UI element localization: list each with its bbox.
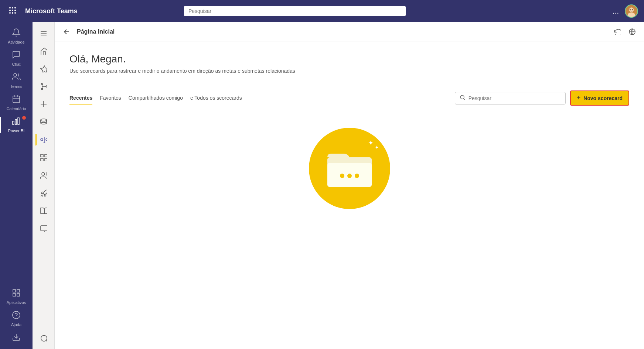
- notification-badge: [22, 116, 26, 120]
- empty-state: ✦ ✦ ✦: [55, 106, 644, 231]
- svg-rect-24: [13, 294, 16, 296]
- bell-icon: [12, 28, 21, 38]
- secondary-favorites-icon[interactable]: [35, 61, 52, 77]
- user-avatar[interactable]: [625, 4, 638, 18]
- svg-point-57: [340, 174, 344, 178]
- new-scorecard-label: Novo scorecard: [583, 95, 623, 101]
- svg-point-1: [12, 7, 13, 8]
- download-icon: [12, 333, 21, 343]
- language-button[interactable]: [626, 26, 638, 38]
- back-button[interactable]: [61, 26, 72, 38]
- svg-rect-15: [13, 96, 20, 103]
- svg-point-12: [630, 9, 631, 10]
- svg-line-50: [46, 341, 47, 342]
- hero-subtitle: Use scorecards para rastrear e medir o a…: [69, 68, 629, 74]
- empty-state-illustration: ✦ ✦ ✦: [309, 128, 390, 209]
- tab-favoritos[interactable]: Favoritos: [100, 92, 121, 105]
- secondary-branch-icon[interactable]: [35, 78, 52, 95]
- svg-point-6: [9, 12, 11, 14]
- apps-icon: [12, 288, 21, 299]
- chat-icon: [12, 50, 21, 61]
- nav-label-teams: Teams: [10, 84, 22, 89]
- content-header: Página Inicial: [55, 22, 644, 41]
- sidebar-item-calendario[interactable]: Calendário: [0, 92, 33, 114]
- svg-rect-46: [41, 226, 47, 231]
- sidebar-item-download[interactable]: [0, 330, 33, 346]
- sidebar-nav: Atividade Chat Teams: [0, 22, 33, 349]
- svg-point-53: [460, 95, 464, 99]
- sidebar-item-aplicativos[interactable]: Aplicativos: [0, 285, 33, 308]
- svg-rect-21: [18, 118, 19, 124]
- topbar: Microsoft Teams ...: [0, 0, 644, 22]
- sidebar-item-chat[interactable]: Chat: [0, 47, 33, 69]
- scorecard-search-input[interactable]: [468, 95, 561, 101]
- sparkle-icon-3: ✦: [377, 136, 380, 140]
- svg-rect-19: [13, 121, 14, 124]
- calendar-icon: [12, 95, 21, 105]
- tab-todos[interactable]: e Todos os scorecards: [190, 92, 242, 105]
- svg-rect-23: [17, 290, 20, 292]
- secondary-book-icon[interactable]: [35, 202, 52, 219]
- sidebar-item-ajuda[interactable]: Ajuda: [0, 308, 33, 330]
- svg-rect-43: [41, 158, 43, 161]
- svg-point-40: [46, 138, 47, 141]
- scorecard-search-box[interactable]: [455, 92, 566, 105]
- sparkle-icon-2: ✦: [375, 144, 379, 150]
- powerbi-icon: [12, 117, 21, 127]
- secondary-storage-icon[interactable]: [35, 114, 52, 130]
- nav-label-aplicativos: Aplicativos: [7, 300, 26, 305]
- refresh-button[interactable]: [611, 26, 623, 38]
- svg-rect-22: [13, 290, 16, 292]
- secondary-grid-icon[interactable]: [35, 149, 52, 165]
- svg-point-39: [41, 138, 43, 141]
- content-area: Página Inicial: [55, 22, 644, 349]
- nav-label-atividade: Atividade: [8, 40, 24, 44]
- secondary-monitor-icon[interactable]: [35, 220, 52, 236]
- svg-point-3: [9, 10, 11, 11]
- apps-grid-icon[interactable]: [6, 6, 19, 16]
- svg-point-45: [42, 172, 45, 175]
- tab-compartilhados[interactable]: Compartilhados comigo: [129, 92, 183, 105]
- svg-line-54: [464, 99, 465, 100]
- search-icon: [460, 95, 466, 102]
- more-options-button[interactable]: ...: [613, 7, 619, 16]
- secondary-scorecard-icon[interactable]: [35, 131, 52, 148]
- svg-point-26: [13, 311, 20, 319]
- plus-icon: +: [577, 94, 581, 102]
- svg-point-4: [12, 10, 13, 11]
- svg-rect-42: [45, 154, 47, 157]
- svg-point-7: [12, 12, 13, 14]
- svg-point-13: [632, 9, 633, 10]
- global-search-box[interactable]: [184, 6, 406, 16]
- main-layout: Atividade Chat Teams: [0, 22, 644, 349]
- sidebar-item-teams[interactable]: Teams: [0, 69, 33, 92]
- sparkle-icon-1: ✦: [368, 139, 374, 147]
- svg-point-49: [41, 335, 47, 341]
- help-icon: [12, 311, 21, 321]
- new-scorecard-button[interactable]: + Novo scorecard: [570, 90, 629, 106]
- svg-point-14: [14, 73, 17, 76]
- nav-label-powerbi: Power BI: [8, 129, 25, 133]
- topbar-right-section: ...: [613, 4, 638, 18]
- page-title: Página Inicial: [77, 28, 115, 35]
- nav-label-chat: Chat: [12, 62, 20, 66]
- nav-label-ajuda: Ajuda: [11, 322, 21, 327]
- secondary-search-icon[interactable]: [35, 330, 52, 346]
- secondary-people-icon[interactable]: [35, 167, 52, 183]
- content-body: Olá, Megan. Use scorecards para rastrear…: [55, 41, 644, 349]
- secondary-menu-icon[interactable]: [35, 25, 52, 41]
- sidebar-item-powerbi[interactable]: Power BI: [0, 114, 33, 136]
- sidebar-item-atividade[interactable]: Atividade: [0, 25, 33, 47]
- secondary-rocket-icon[interactable]: [35, 185, 52, 201]
- secondary-add-icon[interactable]: [35, 96, 52, 112]
- svg-point-59: [355, 174, 359, 178]
- teams-icon: [12, 72, 21, 83]
- secondary-home-icon[interactable]: [35, 43, 52, 59]
- app-title: Microsoft Teams: [25, 7, 78, 15]
- tab-recentes[interactable]: Recentes: [69, 92, 92, 105]
- svg-point-2: [14, 7, 16, 8]
- nav-label-calendario: Calendário: [6, 106, 26, 111]
- svg-point-0: [9, 7, 11, 8]
- global-search-input[interactable]: [188, 8, 401, 14]
- header-actions: [611, 26, 638, 38]
